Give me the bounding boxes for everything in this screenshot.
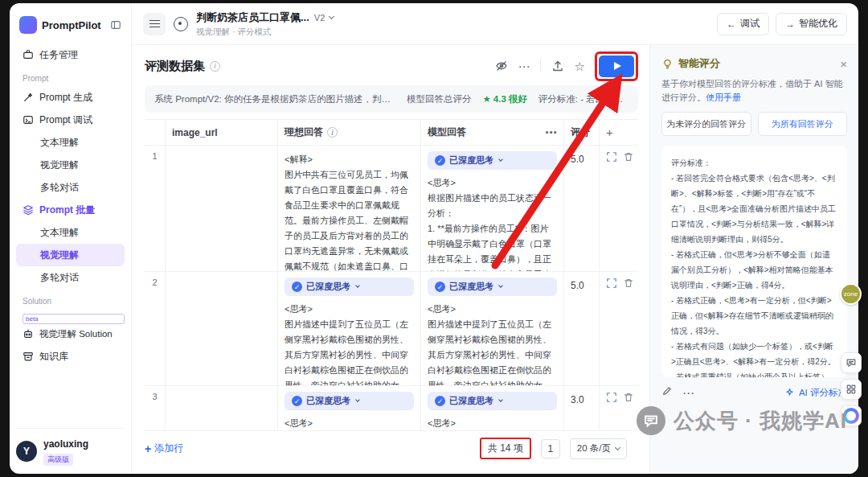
ideal-answer-cell[interactable]: ✓ 已深度思考 <思考> 图片描述中提到了五位员工（左侧穿黑衬衫戴棕色围裙的男性… <box>278 272 421 385</box>
deep-think-chip[interactable]: ✓ 已深度思考 <box>285 392 414 410</box>
delete-row-icon[interactable] <box>623 392 634 406</box>
expand-row-icon[interactable] <box>606 278 617 292</box>
info-icon: i <box>210 61 220 72</box>
more-options-icon[interactable]: ⋯ <box>682 387 694 399</box>
panel-title: 智能评分 <box>678 56 720 71</box>
score-all-button[interactable]: 为所有回答评分 <box>758 112 848 136</box>
add-row-button[interactable]: + 添加行 <box>145 442 183 455</box>
sidebar-item-knowledge-base[interactable]: 知识库 <box>16 345 125 368</box>
collapse-sidebar-icon[interactable] <box>110 19 121 31</box>
sidebar-item-debug-vision[interactable]: 视觉理解 <box>16 154 125 176</box>
ai-criteria-label: AI 评分标准 <box>799 387 847 399</box>
evaluation-table: image_url 理想回答i 模型回答⋯ 评分 + 1 <box>145 119 638 463</box>
play-icon <box>614 62 621 70</box>
page-1-button[interactable]: 1 <box>541 439 560 458</box>
dataset-title: 评测数据集 <box>145 59 205 74</box>
ideal-answer-cell[interactable]: ✓ 已深度思考 <思考> <box>278 386 421 430</box>
table-header-row: image_url 理想回答i 模型回答⋯ 评分 + <box>145 120 638 146</box>
table-footer: + 添加行 共 14 项 1 20 条/页 <box>145 430 638 463</box>
score-cell[interactable]: 5.0 <box>564 272 600 385</box>
user-account[interactable]: Y yaoluxing 高级版 <box>16 428 125 466</box>
more-options-icon[interactable]: ⋯ <box>545 126 557 138</box>
system-prompt-preview[interactable]: 系统 Prompt/V2: 你的任务是根据奶茶店的图片描述，判断奶茶... <box>154 93 395 105</box>
ideal-answer-cell[interactable]: <解释> 图片中共有三位可见员工，均佩戴了白色口罩且覆盖口鼻，符合食品卫生要求中… <box>278 146 421 271</box>
run-evaluation-button[interactable] <box>599 56 634 77</box>
manual-link[interactable]: 使用手册 <box>706 93 741 102</box>
column-header-model[interactable]: 模型回答⋯ <box>421 120 564 145</box>
model-answer-cell[interactable]: ✓ 已深度思考 <思考> <box>421 386 564 430</box>
total-score: ★ 4.3 很好 <box>483 93 527 105</box>
score-cell[interactable]: 5.0 <box>564 146 600 271</box>
image-cell[interactable] <box>166 386 278 430</box>
score-cell[interactable]: 3.0 <box>564 386 600 430</box>
sidebar-item-batch-vision-active[interactable]: 视觉理解 <box>16 244 125 266</box>
version-selector[interactable]: V2 <box>314 13 325 23</box>
deep-think-label: 已深度思考 <box>449 154 493 167</box>
deep-think-chip[interactable]: ✓ 已深度思考 <box>428 151 557 170</box>
app-window: PromptPilot 任务管理 Prompt Prompt 生成 Prompt… <box>10 3 858 474</box>
image-cell[interactable] <box>166 272 278 385</box>
wand-icon <box>23 92 34 103</box>
sidebar-item-prompt-generate[interactable]: Prompt 生成 <box>16 86 125 109</box>
layers-icon <box>23 204 34 216</box>
edit-criteria-icon[interactable] <box>661 385 673 400</box>
criteria-preview[interactable]: 评分标准: - 若回答完全符... 若回答完... <box>538 93 628 105</box>
apps-grid-button[interactable] <box>841 379 862 400</box>
favorite-star-icon[interactable]: ☆ <box>575 60 585 72</box>
menu-button[interactable] <box>143 13 166 35</box>
table-row: 1 <解释> 图片中共有三位可见员工，均佩戴了白色口罩且覆盖口鼻，符合食品卫生要… <box>145 146 638 272</box>
logo-row: PromptPilot <box>16 14 125 43</box>
debug-button[interactable]: ← 调试 <box>717 13 769 35</box>
upload-icon[interactable] <box>551 59 565 73</box>
deep-think-label: 已深度思考 <box>449 281 493 293</box>
annotation-red-box-total: 共 14 项 <box>480 438 531 459</box>
column-header-score[interactable]: 评分 <box>564 120 600 145</box>
expand-row-icon[interactable] <box>606 392 617 406</box>
sidebar-label: 知识库 <box>39 350 68 364</box>
sidebar-label: 多轮对话 <box>40 181 79 195</box>
annotation-red-box-play <box>595 51 638 81</box>
watermark: 公众号 · 我姚学AI <box>637 406 847 435</box>
forward-arrow-icon: → <box>785 19 795 30</box>
close-icon[interactable]: × <box>840 58 847 70</box>
column-header-ideal[interactable]: 理想回答i <box>278 120 421 145</box>
deep-think-chip[interactable]: ✓ 已深度思考 <box>428 392 557 410</box>
chevron-down-icon <box>498 397 503 402</box>
sidebar-item-vision-solution[interactable]: 视觉理解 Solution <box>16 323 125 345</box>
row-index: 2 <box>145 272 166 385</box>
more-options-icon[interactable]: ⋯ <box>518 60 530 72</box>
watermark-text: 公众号 · 我姚学AI <box>674 407 847 435</box>
sidebar-label: 视觉理解 Solution <box>39 328 113 340</box>
page-size-select[interactable]: 20 条/页 <box>570 438 627 459</box>
image-cell[interactable] <box>166 146 278 271</box>
delete-row-icon[interactable] <box>623 278 634 292</box>
sidebar-item-debug-chat[interactable]: 多轮对话 <box>16 176 125 199</box>
smart-optimize-button[interactable]: → 智能优化 <box>776 13 847 35</box>
sidebar-item-debug-text[interactable]: 文本理解 <box>16 131 125 154</box>
hamburger-icon <box>149 20 160 27</box>
deep-think-chip[interactable]: ✓ 已深度思考 <box>428 278 557 296</box>
deep-think-label: 已深度思考 <box>306 395 350 407</box>
check-icon: ✓ <box>435 282 445 292</box>
hide-columns-icon[interactable] <box>494 59 509 73</box>
feedback-chat-button[interactable] <box>841 352 862 373</box>
target-icon[interactable] <box>174 17 188 31</box>
expand-row-icon[interactable] <box>606 151 617 166</box>
delete-row-icon[interactable] <box>623 151 634 166</box>
add-column-button[interactable]: + <box>600 120 638 145</box>
sidebar-item-batch-text[interactable]: 文本理解 <box>16 221 125 244</box>
divider <box>540 60 541 72</box>
column-header-image[interactable]: image_url <box>166 120 278 145</box>
criteria-card[interactable]: 评分标准： - 若回答完全符合格式要求（包含<思考>、<判断>、<解释>标签，<… <box>661 146 847 377</box>
smart-optimize-label: 智能优化 <box>799 17 837 31</box>
sidebar-item-prompt-batch[interactable]: Prompt 批量 <box>16 199 125 221</box>
sidebar-item-task-management[interactable]: 任务管理 <box>16 43 125 66</box>
sidebar-item-batch-chat[interactable]: 多轮对话 <box>16 266 125 289</box>
model-answer-cell[interactable]: ✓ 已深度思考 <思考> 图片描述中提到了五位员工（左侧穿黑衬衫戴棕色围裙的男性… <box>421 272 564 385</box>
sidebar-item-prompt-debug[interactable]: Prompt 调试 <box>16 109 125 131</box>
score-unscored-button[interactable]: 为未评分的回答评分 <box>661 112 751 136</box>
ai-criteria-button[interactable]: AI 评分标准 <box>784 387 847 399</box>
deep-think-chip[interactable]: ✓ 已深度思考 <box>285 278 414 296</box>
wechat-bubble-icon <box>637 406 665 435</box>
model-answer-cell[interactable]: ✓ 已深度思考 <思考> 根据图片描述中的员工状态逐一分析： 1. **最前方操… <box>421 146 564 271</box>
